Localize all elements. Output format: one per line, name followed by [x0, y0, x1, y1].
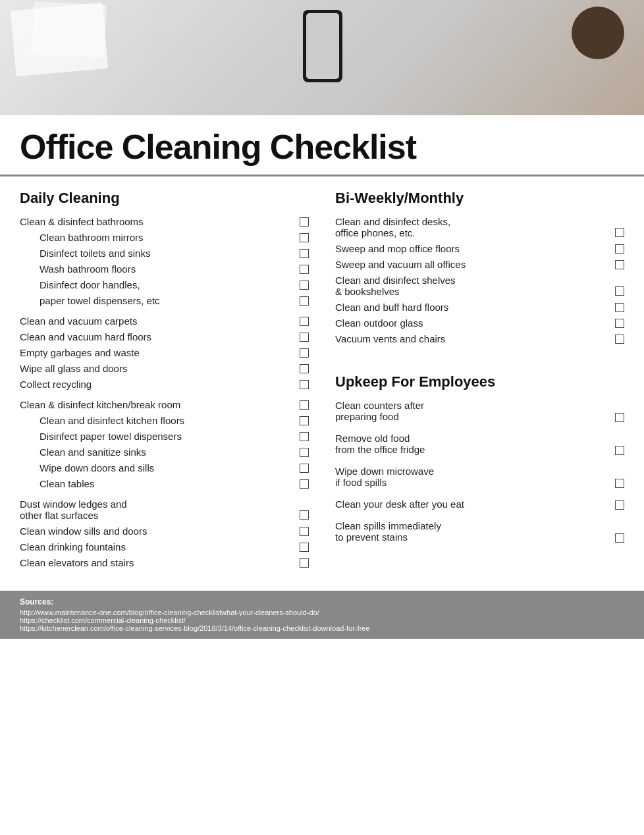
list-item: Wipe all glass and doors [20, 363, 309, 374]
checkbox[interactable] [300, 249, 309, 258]
checkbox[interactable] [300, 348, 309, 358]
checkbox[interactable] [615, 500, 624, 510]
kitchen-sub-group: Clean and disinfect kitchen floors Disin… [20, 415, 309, 489]
checkbox[interactable] [300, 416, 309, 425]
footer: Sources: http://www.maintenance-one.com/… [0, 591, 644, 639]
list-item: Clean window sills and doors [20, 525, 309, 537]
checkbox[interactable] [300, 317, 309, 326]
item-text: Clean tables [40, 478, 294, 489]
list-item: Disinfect paper towel dispensers [40, 431, 309, 442]
list-item: Clean & disinfect bathrooms [20, 216, 309, 227]
item-text: Clean counters afterpreparing food [335, 400, 610, 422]
bathrooms-group: Clean & disinfect bathrooms Clean bathro… [20, 216, 309, 306]
biweekly-title: Bi-Weekly/Monthly [335, 190, 624, 207]
kitchen-group: Clean & disinfect kitchen/break room Cle… [20, 399, 309, 489]
general-daily-group: Clean and vacuum carpets Clean and vacuu… [20, 315, 309, 390]
list-item: Clean and disinfect shelves& bookshelves [335, 275, 624, 297]
checkbox[interactable] [300, 364, 309, 373]
list-item: Clean bathroom mirrors [40, 232, 309, 243]
list-item: Clean spills immediatelyto prevent stain… [335, 520, 624, 543]
checkbox[interactable] [615, 228, 624, 237]
coffee-cup-decoration [572, 7, 624, 59]
checkbox[interactable] [300, 464, 309, 473]
list-item: Clean elevators and stairs [20, 557, 309, 568]
list-item: Disinfect door handles, [40, 279, 309, 290]
list-item: Clean and vacuum hard floors [20, 331, 309, 342]
upkeep-checklist-item: Clean your desk after you eat [335, 498, 624, 510]
checkbox[interactable] [615, 533, 624, 543]
checkbox[interactable] [615, 286, 624, 296]
checkbox[interactable] [300, 380, 309, 389]
phone-decoration [303, 10, 342, 82]
upkeep-title: Upkeep For Employees [335, 373, 624, 391]
upkeep-checklist-item: Clean spills immediatelyto prevent stain… [335, 520, 624, 543]
daily-cleaning-title: Daily Cleaning [20, 190, 309, 207]
item-text: Clean & disinfect bathrooms [20, 216, 294, 227]
list-item: Sweep and mop office floors [335, 243, 624, 254]
checkbox[interactable] [300, 400, 309, 410]
list-item: Disinfect toilets and sinks [40, 248, 309, 259]
source-link-1[interactable]: http://www.maintenance-one.com/blog/offi… [20, 608, 624, 616]
checkbox[interactable] [300, 448, 309, 457]
item-text: Sweep and vacuum all offices [335, 259, 610, 270]
source-link-2[interactable]: https://checklist.com/commercial-cleanin… [20, 616, 624, 624]
list-item: Clean drinking fountains [20, 541, 309, 552]
sources-label: Sources: [20, 597, 624, 606]
checkbox[interactable] [615, 479, 624, 488]
upkeep-checklist-item: Wipe down microwaveif food spills [335, 466, 624, 488]
title-bar: Office Cleaning Checklist [0, 115, 644, 176]
checkbox[interactable] [300, 265, 309, 274]
checkbox[interactable] [300, 543, 309, 552]
biweekly-group: Clean and disinfect desks,office phones,… [335, 216, 624, 344]
right-column: Bi-Weekly/Monthly Clean and disinfect de… [335, 190, 624, 578]
left-column: Daily Cleaning Clean & disinfect bathroo… [20, 190, 309, 578]
item-text: Disinfect toilets and sinks [40, 248, 294, 259]
checkbox[interactable] [300, 510, 309, 520]
checkbox[interactable] [300, 558, 309, 568]
checkbox[interactable] [615, 319, 624, 328]
upkeep-group: Clean counters afterpreparing food Remov… [335, 400, 624, 543]
checkbox[interactable] [300, 217, 309, 227]
list-item: Clean and disinfect desks,office phones,… [335, 216, 624, 238]
item-text: Wipe down doors and sills [40, 462, 294, 473]
content-area: Daily Cleaning Clean & disinfect bathroo… [0, 176, 644, 591]
list-item: Clean outdoor glass [335, 317, 624, 329]
bathrooms-sub-group: Clean bathroom mirrors Disinfect toilets… [20, 232, 309, 306]
checkbox[interactable] [300, 333, 309, 342]
item-text: Collect recycling [20, 379, 294, 390]
list-item: Dust window ledges andother flat surface… [20, 498, 309, 521]
list-item: Wipe down doors and sills [40, 462, 309, 473]
checkbox[interactable] [615, 244, 624, 254]
checkbox[interactable] [615, 413, 624, 422]
item-text: Wash bathroom floors [40, 263, 294, 275]
source-link-3[interactable]: https://kitchenerclean.com/office-cleani… [20, 624, 624, 632]
header-image [0, 0, 644, 115]
item-text: Remove old foodfrom the office fridge [335, 433, 610, 455]
list-item: Collect recycling [20, 379, 309, 390]
item-text: Sweep and mop office floors [335, 243, 610, 254]
upkeep-checklist-item: Remove old foodfrom the office fridge [335, 433, 624, 455]
checkbox[interactable] [300, 296, 309, 306]
checkbox[interactable] [615, 446, 624, 455]
item-text: Clean your desk after you eat [335, 498, 610, 510]
checkbox[interactable] [300, 527, 309, 536]
item-text: Vacuum vents and chairs [335, 333, 610, 344]
checkbox[interactable] [615, 260, 624, 269]
list-item: Wash bathroom floors [40, 263, 309, 275]
item-text: Clean and disinfect desks,office phones,… [335, 216, 610, 238]
checkbox[interactable] [300, 233, 309, 242]
checkbox[interactable] [300, 432, 309, 441]
checkbox[interactable] [300, 479, 309, 489]
list-item: Wipe down microwaveif food spills [335, 466, 624, 488]
item-text: Dust window ledges andother flat surface… [20, 498, 294, 521]
item-text: Clean elevators and stairs [20, 557, 294, 568]
list-item: Sweep and vacuum all offices [335, 259, 624, 270]
item-text: Clean bathroom mirrors [40, 232, 294, 243]
checkbox[interactable] [615, 335, 624, 344]
item-text: Disinfect paper towel dispensers [40, 431, 294, 442]
checkbox[interactable] [300, 281, 309, 290]
list-item: Empty garbages and waste [20, 347, 309, 358]
checkbox[interactable] [615, 303, 624, 312]
list-item: Remove old foodfrom the office fridge [335, 433, 624, 455]
page-title: Office Cleaning Checklist [20, 127, 624, 167]
